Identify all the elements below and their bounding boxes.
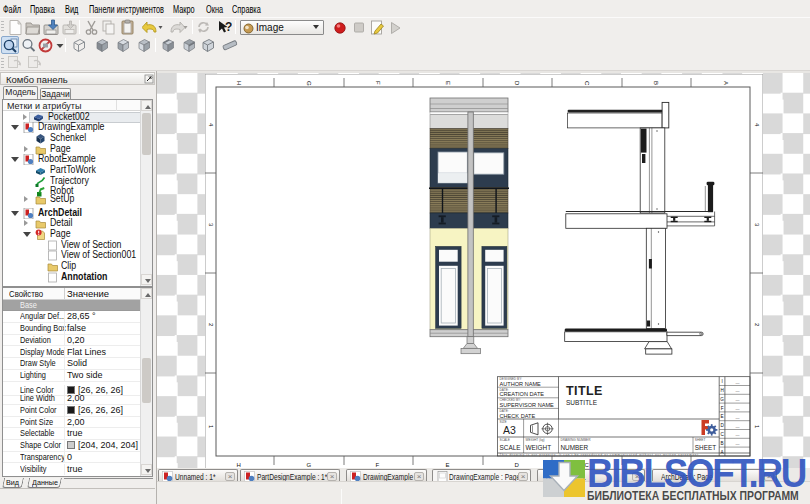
svg-text:A: A (723, 81, 729, 85)
svg-text:CHECK DATE: CHECK DATE (500, 413, 536, 419)
svg-text:—: — (736, 380, 740, 385)
svg-text:?: ? (225, 20, 232, 34)
svg-text:E: E (721, 414, 724, 419)
svg-text:F: F (375, 81, 381, 85)
svg-text:AUTHOR NAME: AUTHOR NAME (500, 381, 542, 387)
svg-text:G: G (306, 81, 312, 86)
svg-text:SUBTITLE: SUBTITLE (566, 399, 598, 406)
svg-text:—: — (736, 406, 740, 411)
svg-text:—: — (736, 432, 740, 437)
svg-text:SUPERVISOR NAME: SUPERVISOR NAME (500, 402, 555, 408)
svg-text:SCALE: SCALE (500, 444, 521, 451)
svg-text:CREATION DATE: CREATION DATE (500, 391, 545, 397)
svg-text:C: C (584, 81, 590, 86)
svg-text:—: — (736, 388, 740, 393)
svg-text:F: F (721, 406, 724, 411)
svg-text:WEIGHT: WEIGHT (526, 444, 552, 451)
svg-text:H: H (720, 388, 723, 393)
svg-text:NUMBER: NUMBER (561, 444, 589, 451)
svg-text:B: B (653, 81, 659, 85)
svg-text:SHEET: SHEET (695, 444, 716, 451)
svg-text:G: G (720, 397, 724, 402)
svg-text:E: E (445, 81, 451, 85)
svg-text:—: — (736, 397, 740, 402)
svg-text:H: H (236, 81, 242, 85)
svg-text:SCALE: SCALE (500, 438, 510, 442)
svg-text:—: — (736, 415, 740, 420)
svg-text:B: B (721, 441, 724, 446)
svg-text:WEIGHT (kg): WEIGHT (kg) (526, 438, 545, 442)
svg-text:TITLE: TITLE (566, 384, 603, 398)
svg-text:I: I (721, 379, 722, 384)
svg-text:SHEET: SHEET (695, 438, 706, 442)
svg-text:D: D (514, 81, 520, 86)
svg-text:—: — (736, 441, 740, 446)
svg-text:DRAWING NUMBER: DRAWING NUMBER (561, 438, 592, 442)
svg-text:—: — (736, 424, 740, 429)
svg-text:A3: A3 (503, 424, 516, 436)
